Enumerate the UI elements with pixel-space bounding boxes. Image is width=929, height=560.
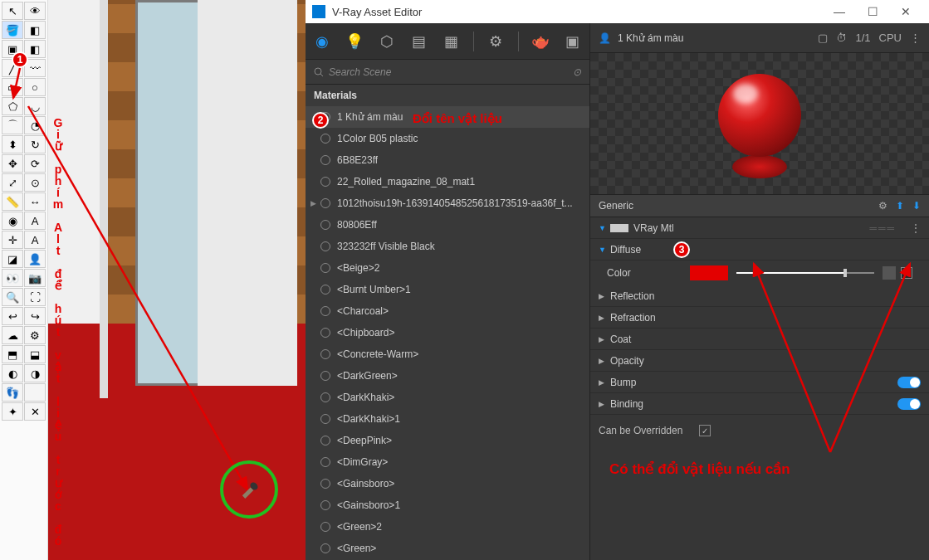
material-item[interactable]: <Gainsboro>1 bbox=[306, 494, 589, 516]
eraser-tool[interactable]: ◧ bbox=[24, 21, 46, 39]
render-mode-select[interactable]: CPU bbox=[879, 32, 902, 44]
lookaround-tool[interactable]: 👀 bbox=[2, 269, 23, 287]
preview-mode-icon[interactable]: ▢ bbox=[818, 32, 828, 44]
window-titlebar[interactable]: V-Ray Asset Editor — ☐ ✕ bbox=[306, 0, 929, 23]
tool-x7[interactable]: ✕ bbox=[24, 402, 46, 421]
material-item[interactable]: 6B8E23ff bbox=[306, 149, 589, 171]
search-options-icon[interactable]: ⊙ bbox=[573, 66, 581, 78]
material-item[interactable]: <Burnt Umber>1 bbox=[306, 279, 589, 300]
protractor-tool[interactable]: ◉ bbox=[2, 212, 23, 230]
orbit-tool[interactable]: 👁 bbox=[24, 2, 46, 20]
lights-tab-icon[interactable]: 💡 bbox=[345, 31, 365, 52]
material-item[interactable]: <Gainsboro> bbox=[306, 473, 589, 494]
more-options-icon[interactable]: ⋮ bbox=[910, 32, 921, 44]
text-tool[interactable]: A bbox=[24, 212, 46, 230]
tool-x6[interactable]: ✦ bbox=[2, 402, 23, 421]
section-tool[interactable]: ◪ bbox=[2, 250, 23, 268]
maximize-button[interactable]: ☐ bbox=[856, 0, 889, 23]
minimize-button[interactable]: — bbox=[823, 0, 856, 23]
offset-tool[interactable]: ⊙ bbox=[24, 173, 46, 192]
bump-section[interactable]: ▶Bump bbox=[590, 372, 929, 393]
refraction-section[interactable]: ▶Refraction bbox=[590, 307, 929, 329]
render-tab-icon[interactable]: 🫖 bbox=[531, 31, 551, 52]
rectangle-tool[interactable]: ▭ bbox=[2, 78, 23, 96]
dimension-tool[interactable]: ↔ bbox=[24, 192, 46, 211]
coat-section[interactable]: ▶Coat bbox=[590, 329, 929, 350]
reflection-section[interactable]: ▶Reflection bbox=[590, 285, 929, 307]
binding-toggle[interactable] bbox=[897, 398, 921, 410]
textures-tab-icon[interactable]: ▦ bbox=[441, 31, 462, 52]
walk-tool[interactable]: 👤 bbox=[24, 250, 46, 268]
vraymtl-menu-icon[interactable]: ⋮ bbox=[911, 222, 921, 234]
position-camera-tool[interactable]: 📷 bbox=[24, 269, 46, 287]
material-item[interactable]: 1Color B05 plastic bbox=[306, 128, 589, 149]
zoom-extents-tool[interactable]: ⛶ bbox=[24, 288, 46, 306]
override-checkbox[interactable]: ✓ bbox=[699, 425, 711, 436]
material-item[interactable]: 22_Rolled_magazine_08_mat1 bbox=[306, 171, 589, 192]
framebuffer-tab-icon[interactable]: ▣ bbox=[562, 31, 583, 52]
material-item[interactable]: <Charcoal> bbox=[306, 300, 589, 322]
tape-tool[interactable]: 📏 bbox=[2, 192, 23, 211]
sketchup-viewport[interactable] bbox=[48, 0, 306, 560]
realtime-icon[interactable]: ⏱ bbox=[836, 32, 847, 44]
material-item[interactable]: <Green>2 bbox=[306, 516, 589, 538]
render-elements-tab-icon[interactable]: ▤ bbox=[408, 31, 429, 52]
3dtext-tool[interactable]: A bbox=[24, 231, 46, 249]
materials-list[interactable]: 1 Khử ám màu1Color B05 plastic6B8E23ff22… bbox=[306, 106, 589, 560]
circle-tool[interactable]: ○ bbox=[24, 78, 46, 96]
rotate-tool[interactable]: ⟳ bbox=[24, 154, 46, 173]
material-preview[interactable] bbox=[590, 53, 929, 194]
material-item[interactable]: 80806Eff bbox=[306, 214, 589, 236]
extension-tool[interactable]: ⚙ bbox=[24, 326, 46, 344]
material-item[interactable]: ▶1012thoisu19h-16391405485256181735​19-a… bbox=[306, 192, 589, 214]
zoom-tool[interactable]: 🔍 bbox=[2, 288, 23, 306]
vraymtl-row[interactable]: ▼ VRay Mtl ═══ ⋮ bbox=[590, 217, 929, 239]
sliders-icon[interactable]: ⚙ bbox=[878, 200, 887, 212]
select-tool[interactable]: ↖ bbox=[2, 2, 23, 20]
2pt-arc-tool[interactable]: ⌒ bbox=[2, 116, 23, 134]
next-tool[interactable]: ↪ bbox=[24, 307, 46, 325]
tool-x4[interactable]: ◑ bbox=[24, 364, 46, 382]
tool-x3[interactable]: ◐ bbox=[2, 364, 23, 382]
previous-tool[interactable]: ↩ bbox=[2, 307, 23, 325]
upload-preset-icon[interactable]: ⬆ bbox=[896, 200, 904, 212]
material-item[interactable]: <DarkKhaki> bbox=[306, 387, 589, 408]
line-tool[interactable]: ╱ bbox=[2, 59, 23, 77]
opacity-section[interactable]: ▶Opacity bbox=[590, 350, 929, 372]
pushpull-tool[interactable]: ⬍ bbox=[2, 135, 23, 153]
warehouse-tool[interactable]: ☁ bbox=[2, 326, 23, 344]
move-tool[interactable]: ✥ bbox=[2, 154, 23, 173]
material-item[interactable]: 1 Khử ám màu bbox=[306, 106, 589, 128]
tool-a[interactable]: ◧ bbox=[24, 40, 46, 58]
settings-tab-icon[interactable]: ⚙ bbox=[486, 31, 506, 52]
tool-footprint[interactable]: 👣 bbox=[2, 383, 23, 402]
geometry-tab-icon[interactable]: ⬡ bbox=[377, 31, 398, 52]
tool-x2[interactable]: ⬓ bbox=[24, 345, 46, 363]
download-preset-icon[interactable]: ⬇ bbox=[912, 200, 921, 212]
tool-x1[interactable]: ⬒ bbox=[2, 345, 23, 363]
axes-tool[interactable]: ✛ bbox=[2, 231, 23, 249]
diffuse-section[interactable]: ▼Diffuse bbox=[590, 239, 929, 261]
diffuse-color-swatch[interactable] bbox=[690, 265, 728, 280]
search-scene-input[interactable]: Search Scene ⊙ bbox=[306, 60, 589, 85]
material-item[interactable]: <DimGray> bbox=[306, 451, 589, 473]
polygon-tool[interactable]: ⬠ bbox=[2, 97, 23, 115]
binding-section[interactable]: ▶Binding bbox=[590, 393, 929, 415]
diffuse-amount-slider[interactable] bbox=[736, 272, 874, 274]
render-frac[interactable]: 1/1 bbox=[855, 32, 870, 44]
component-tool[interactable]: ▣ bbox=[2, 40, 23, 58]
material-item[interactable]: <DeepPink> bbox=[306, 430, 589, 451]
material-item[interactable]: <Chipboard> bbox=[306, 322, 589, 343]
paint-bucket-tool[interactable]: 🪣 bbox=[2, 21, 23, 39]
diffuse-texture-slot[interactable] bbox=[883, 266, 896, 280]
bump-toggle[interactable] bbox=[897, 377, 921, 388]
material-item[interactable]: <DarkGreen> bbox=[306, 365, 589, 387]
material-item[interactable]: <Beige>2 bbox=[306, 257, 589, 279]
arc-tool[interactable]: ◡ bbox=[24, 97, 46, 115]
material-item[interactable]: <DarkKhaki>1 bbox=[306, 408, 589, 430]
drag-handle-icon[interactable]: ═══ bbox=[869, 222, 896, 234]
freehand-tool[interactable]: 〰 bbox=[24, 59, 46, 77]
scale-tool[interactable]: ⤢ bbox=[2, 173, 23, 192]
pie-tool[interactable]: ◔ bbox=[24, 116, 46, 134]
material-item[interactable]: 323232ff Visible Black bbox=[306, 236, 589, 257]
